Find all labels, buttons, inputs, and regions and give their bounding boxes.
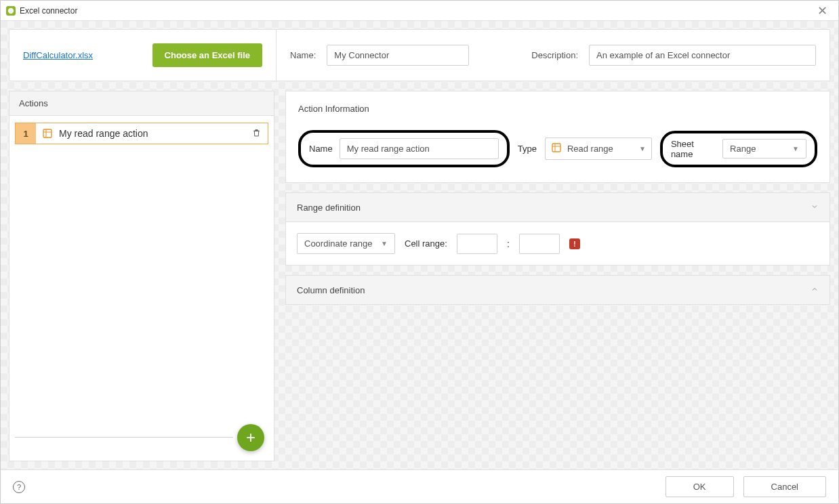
meta-panel: Name: Description: (277, 30, 830, 81)
column-definition-header[interactable]: Column definition (286, 276, 830, 304)
chevron-down-icon (811, 201, 819, 213)
chevron-down-icon: ▼ (639, 145, 646, 152)
top-row: DiffCalculator.xlsx Choose an Excel file… (9, 29, 830, 81)
type-select[interactable]: Read range ▼ (545, 138, 652, 160)
titlebar: Excel connector ✕ (1, 1, 838, 21)
add-action-button[interactable]: + (237, 424, 264, 451)
connector-description-input[interactable] (589, 45, 816, 66)
close-icon[interactable]: ✕ (812, 3, 833, 18)
action-number: 1 (16, 123, 36, 144)
range-mode-value: Coordinate range (304, 238, 381, 249)
ok-button[interactable]: OK (666, 476, 734, 497)
cell-range-label: Cell range: (405, 238, 447, 249)
file-link[interactable]: DiffCalculator.xlsx (23, 50, 93, 60)
divider (15, 437, 233, 438)
sheet-highlight: Sheet name Range ▼ (660, 131, 817, 167)
column-definition-card: Column definition (285, 275, 830, 305)
choose-file-button[interactable]: Choose an Excel file (152, 43, 262, 67)
read-range-icon (41, 127, 54, 140)
help-icon[interactable]: ? (13, 481, 25, 493)
cancel-button[interactable]: Cancel (743, 476, 826, 497)
sheet-name-select[interactable]: Range ▼ (722, 139, 806, 159)
actions-body: 1 My read range action + (9, 116, 274, 461)
read-range-icon (551, 142, 562, 155)
action-label: My read range action (59, 128, 245, 139)
range-definition-header[interactable]: Range definition (286, 193, 830, 222)
action-name-label: Name (309, 144, 333, 154)
action-item[interactable]: 1 My read range action (15, 123, 268, 144)
right-panel: Action Information Name Type Read range (285, 91, 830, 461)
action-info-card: Action Information Name Type Read range (285, 91, 830, 183)
description-label: Description: (531, 50, 578, 60)
chevron-down-icon: ▼ (381, 240, 388, 247)
cell-from-input[interactable] (457, 234, 497, 254)
column-definition-title: Column definition (297, 285, 365, 295)
file-panel: DiffCalculator.xlsx Choose an Excel file (9, 30, 277, 81)
actions-panel: Actions 1 My read range action + (9, 91, 274, 461)
app-icon (6, 6, 16, 16)
dialog-window: Excel connector ✕ DiffCalculator.xlsx Ch… (0, 0, 839, 504)
range-separator: : (507, 238, 510, 249)
action-name-input[interactable] (340, 138, 499, 159)
type-label: Type (518, 144, 537, 154)
footer: ? OK Cancel (1, 469, 838, 503)
chevron-up-icon (811, 284, 819, 296)
sheet-name-value: Range (730, 144, 756, 154)
svg-point-0 (8, 7, 14, 13)
name-label: Name: (290, 50, 316, 60)
action-info-row: Name Type Read range ▼ Sheet nam (298, 130, 817, 167)
sheet-name-label: Sheet name (671, 139, 716, 159)
titlebar-title: Excel connector (20, 6, 77, 16)
svg-rect-1 (43, 129, 52, 138)
type-value: Read range (567, 144, 634, 154)
cell-to-input[interactable] (519, 234, 560, 254)
content-area: DiffCalculator.xlsx Choose an Excel file… (1, 21, 838, 469)
error-icon: ! (569, 238, 580, 249)
range-mode-select[interactable]: Coordinate range ▼ (297, 233, 395, 254)
main-row: Actions 1 My read range action + (9, 91, 830, 461)
chevron-down-icon: ▼ (792, 145, 799, 152)
svg-rect-2 (552, 144, 560, 152)
connector-name-input[interactable] (327, 45, 469, 66)
footer-buttons: OK Cancel (666, 476, 826, 497)
action-info-title: Action Information (298, 104, 817, 114)
delete-action-button[interactable] (245, 128, 268, 140)
range-definition-title: Range definition (297, 203, 361, 213)
range-definition-body: Coordinate range ▼ Cell range: : ! (286, 222, 830, 265)
name-highlight: Name (298, 130, 510, 167)
actions-header: Actions (9, 91, 274, 116)
range-definition-card: Range definition Coordinate range ▼ Cell… (285, 192, 830, 266)
